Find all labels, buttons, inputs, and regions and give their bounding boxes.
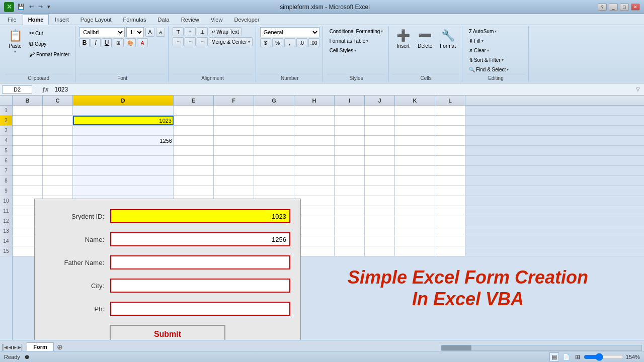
tab-next-icon[interactable]: ▸ [13, 343, 17, 351]
cell-k2[interactable] [395, 116, 435, 125]
cell-k1[interactable] [395, 106, 435, 115]
father-name-input[interactable] [110, 255, 290, 269]
cell-b3[interactable] [13, 126, 43, 135]
sort-filter-btn[interactable]: ⇅ Sort & Filter ▾ [466, 56, 506, 64]
sheet-tab-form[interactable]: Form [27, 342, 54, 351]
tab-formulas[interactable]: Formulas [118, 14, 152, 25]
cell-b2[interactable] [13, 116, 43, 125]
cell-h2[interactable] [294, 116, 335, 125]
normal-view-btn[interactable]: ▤ [549, 352, 559, 361]
cell-h1[interactable] [294, 106, 335, 115]
tab-view[interactable]: View [205, 14, 228, 25]
row-num-14[interactable]: 14 [0, 236, 12, 246]
cell-reference-box[interactable] [2, 85, 32, 94]
row-num-10[interactable]: 10 [0, 196, 12, 206]
col-header-b[interactable]: B [13, 96, 43, 105]
function-icon[interactable]: ƒx [40, 86, 50, 93]
autosum-btn[interactable]: Σ AutoSum ▾ [466, 27, 499, 36]
cell-e1[interactable] [174, 106, 214, 115]
cell-f2[interactable] [214, 116, 254, 125]
cell-i1[interactable] [335, 106, 365, 115]
percent-btn[interactable]: % [272, 38, 283, 47]
tab-insert[interactable]: Insert [49, 14, 74, 25]
fill-color-btn[interactable]: 🎨 [125, 38, 136, 47]
underline-btn[interactable]: U [102, 38, 112, 47]
font-name-select[interactable]: Calibri [79, 27, 125, 37]
row-num-1[interactable]: 1 [0, 106, 12, 116]
undo-btn[interactable]: ↩ [28, 3, 35, 11]
format-btn[interactable]: 🔧 Format [437, 27, 459, 50]
city-input[interactable] [110, 279, 290, 293]
increase-decimal-btn[interactable]: .0 [296, 38, 307, 47]
expand-formula-bar-icon[interactable]: ▽ [634, 86, 642, 92]
row-num-7[interactable]: 7 [0, 166, 12, 176]
help-btn[interactable]: ? [598, 4, 607, 11]
col-header-f[interactable]: F [214, 96, 254, 105]
col-header-g[interactable]: G [254, 96, 294, 105]
close-btn[interactable]: ✕ [631, 4, 640, 11]
row-num-12[interactable]: 12 [0, 216, 12, 226]
record-macro-btn[interactable]: ⏺ [24, 353, 30, 360]
align-top-btn[interactable]: ⊤ [173, 27, 184, 36]
font-color-btn[interactable]: A [137, 38, 148, 47]
row-num-9[interactable]: 9 [0, 186, 12, 196]
col-header-j[interactable]: J [365, 96, 395, 105]
tab-last-icon[interactable]: ▸| [18, 343, 23, 351]
quick-access-toolbar[interactable]: 💾 ↩ ↪ ▾ [16, 3, 52, 11]
phone-input[interactable] [110, 302, 290, 316]
tab-scroll-buttons[interactable]: |◂ ◂ ▸ ▸| [2, 343, 23, 351]
decrease-font-btn[interactable]: A [156, 28, 165, 37]
paste-button[interactable]: 📋 Paste ▾ [5, 27, 25, 55]
increase-font-btn[interactable]: A [145, 28, 154, 37]
italic-btn[interactable]: I [91, 38, 101, 47]
align-center-btn[interactable]: ≡ [185, 37, 196, 46]
row-num-15[interactable]: 15 [0, 246, 12, 256]
page-layout-view-btn[interactable]: 📄 [561, 353, 572, 361]
row-num-4[interactable]: 4 [0, 136, 12, 146]
scrollbar-thumb[interactable] [441, 345, 471, 350]
horizontal-scrollbar[interactable] [441, 345, 642, 351]
col-header-k[interactable]: K [395, 96, 435, 105]
bold-btn[interactable]: B [79, 38, 90, 47]
redo-btn[interactable]: ↪ [37, 3, 44, 11]
format-as-table-btn[interactable]: Format as Table ▾ [327, 37, 371, 45]
wrap-text-btn[interactable]: ↵ Wrap Text [209, 27, 242, 36]
restore-btn[interactable]: □ [620, 4, 629, 11]
cell-e2[interactable] [174, 116, 214, 125]
row-num-11[interactable]: 11 [0, 206, 12, 216]
tab-first-icon[interactable]: |◂ [2, 343, 8, 351]
row-num-5[interactable]: 5 [0, 146, 12, 156]
name-input[interactable] [110, 232, 290, 246]
customize-btn[interactable]: ▾ [46, 3, 52, 11]
page-break-view-btn[interactable]: ⊞ [574, 353, 582, 361]
cell-j2[interactable] [365, 116, 395, 125]
row-num-8[interactable]: 8 [0, 176, 12, 186]
col-header-c[interactable]: C [43, 96, 73, 105]
col-header-e[interactable]: E [174, 96, 214, 105]
row-num-13[interactable]: 13 [0, 226, 12, 236]
conditional-formatting-btn[interactable]: Conditional Formatting ▾ [327, 27, 386, 36]
cell-c1[interactable] [43, 106, 73, 115]
cut-button[interactable]: ✂ Cut [27, 28, 72, 38]
cell-d2[interactable]: 1023 [73, 116, 174, 125]
tab-file[interactable]: File [2, 14, 22, 25]
currency-btn[interactable]: $ [260, 38, 271, 47]
delete-btn[interactable]: ➖ Delete [415, 27, 435, 50]
col-header-h[interactable]: H [294, 96, 335, 105]
cell-f1[interactable] [214, 106, 254, 115]
zoom-slider[interactable] [584, 354, 624, 360]
row-num-6[interactable]: 6 [0, 156, 12, 166]
col-header-d[interactable]: D [73, 96, 174, 105]
student-id-input[interactable] [110, 209, 290, 223]
tab-developer[interactable]: Developer [228, 14, 265, 25]
cell-c2[interactable] [43, 116, 73, 125]
find-select-btn[interactable]: 🔍 Find & Select ▾ [466, 65, 511, 74]
decrease-decimal-btn[interactable]: .00 [308, 38, 319, 47]
number-format-select[interactable]: General [260, 27, 319, 37]
col-header-l[interactable]: L [435, 96, 465, 105]
format-painter-button[interactable]: 🖌 Format Painter [27, 49, 72, 59]
align-bottom-btn[interactable]: ⊥ [197, 27, 208, 36]
row-num-2[interactable]: 2 [0, 116, 12, 126]
add-sheet-btn[interactable]: ⊕ [57, 343, 63, 351]
clear-btn[interactable]: ✗ Clear ▾ [466, 46, 492, 55]
